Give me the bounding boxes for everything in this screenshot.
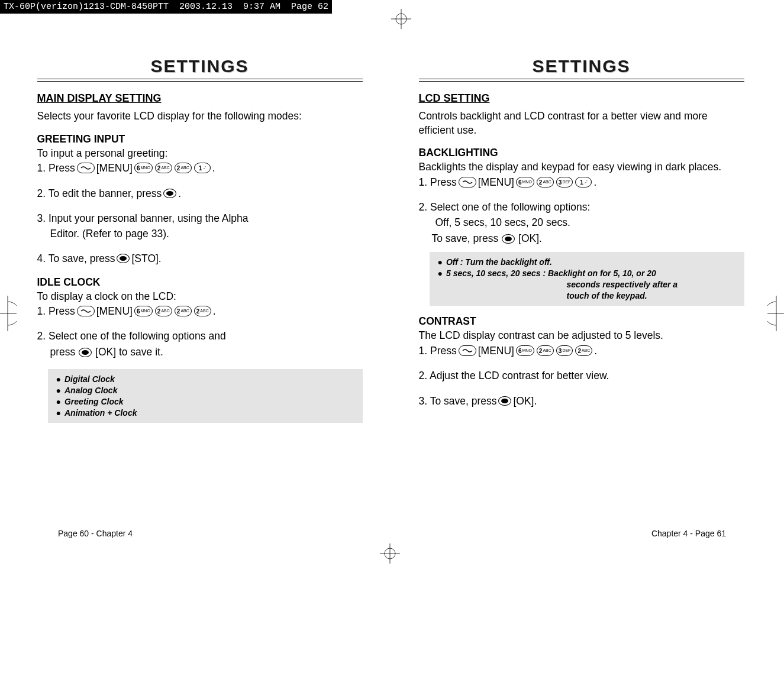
step-text: Off, 5 secs, 10 secs, 20 secs. (419, 215, 744, 230)
key-2-icon: 2ABC (575, 345, 592, 356)
key-2-icon: 2ABC (175, 306, 192, 316)
registration-mark-icon (380, 543, 400, 564)
key-3-icon: 3DEF (556, 345, 573, 356)
bullet-icon: ● (438, 257, 443, 268)
step-item: 3. Input your personal banner, using the… (37, 211, 363, 242)
step-item: 2. Select one of the following options: … (419, 199, 744, 246)
key-2-icon: 2ABC (155, 163, 172, 173)
softkey-icon (459, 177, 476, 187)
bullet-icon: ● (56, 385, 61, 396)
note-item: seconds respectively after a (438, 279, 738, 290)
step-item: 2. Select one of the following options a… (37, 328, 363, 360)
note-item: 5 secs, 10 secs, 20 secs : Backlight on … (446, 268, 656, 279)
body-text: Controls backlight and LCD contrast for … (419, 109, 744, 137)
key-2-icon: 2ABC (155, 306, 172, 316)
key-2-icon: 2ABC (537, 177, 554, 187)
step-text: 2. Select one of the following options: (419, 201, 591, 213)
calibration-mark-icon (767, 296, 784, 331)
note-item: Analog Clock (64, 385, 117, 396)
sub-heading: CONTRAST (419, 315, 744, 328)
note-box: ●Off : Turn the backlight off. ●5 secs, … (430, 252, 744, 306)
step-text: [OK]. (513, 393, 537, 409)
page-footer: Page 60 - Chapter 4 (58, 529, 133, 538)
section-heading: MAIN DISPLAY SETTING (37, 92, 363, 105)
step-text: . (212, 160, 215, 176)
ok-key-icon (79, 348, 92, 357)
body-text: Selects your favorite LCD display for th… (37, 109, 363, 124)
step-text: [OK]. (518, 232, 542, 244)
softkey-icon (459, 345, 476, 356)
bullet-icon: ● (56, 396, 61, 407)
left-page: SETTINGS MAIN DISPLAY SETTING Selects yo… (37, 56, 363, 432)
source-file-header: TX-60P(verizon)1213-CDM-8450PTT 2003.12.… (0, 0, 332, 14)
key-6-icon: 6MNO (134, 163, 153, 173)
step-item: 1. Press [MENU] 6MNO 2ABC 2ABC 2ABC . (37, 303, 363, 319)
step-text: . (594, 343, 597, 358)
key-6-icon: 6MNO (516, 345, 534, 356)
step-item: 1. Press [MENU] 6MNO 2ABC 3DEF 1.-' . (419, 174, 744, 190)
step-text: 4. To save, press (37, 251, 115, 266)
softkey-icon (77, 163, 95, 173)
step-text: 1. Press (37, 160, 75, 176)
softkey-icon (77, 306, 95, 316)
note-item: touch of the keypad. (438, 290, 738, 302)
key-6-icon: 6MNO (516, 177, 534, 187)
step-text: Editor. (Refer to page 33). (37, 226, 363, 241)
step-text: 2. To edit the banner, press (37, 186, 162, 201)
bullet-icon: ● (56, 407, 61, 419)
step-text: [OK] to save it. (95, 346, 163, 358)
lead-text: The LCD display contrast can be adjusted… (419, 329, 744, 343)
note-item: Animation + Clock (64, 407, 137, 419)
menu-label: [MENU] (478, 343, 514, 358)
registration-mark-icon (391, 9, 411, 29)
key-2-icon: 2ABC (175, 163, 192, 173)
menu-label: [MENU] (96, 303, 133, 319)
lead-text: Backlights the display and keypad for ea… (419, 160, 744, 174)
step-text: . (213, 303, 216, 319)
step-text: press (50, 346, 79, 358)
ok-key-icon (117, 254, 130, 263)
step-text: . (593, 174, 596, 190)
ok-key-icon (163, 189, 176, 198)
key-3-icon: 3DEF (556, 177, 573, 187)
step-item: 2. To edit the banner, press . (37, 186, 363, 201)
sub-heading: BACKLIGHTING (419, 147, 744, 159)
sub-heading: GREETING INPUT (37, 133, 363, 145)
note-item: Off : Turn the backlight off. (446, 257, 552, 268)
note-item: Digital Clock (64, 374, 115, 385)
key-1-icon: 1.-' (194, 163, 211, 173)
section-heading: LCD SETTING (419, 92, 744, 105)
ok-key-icon (498, 396, 511, 406)
step-text: 2. Adjust the LCD contrast for better vi… (419, 368, 609, 383)
step-text: 3. To save, press (419, 393, 497, 409)
step-text: 1. Press (419, 174, 457, 190)
step-text: [STO]. (131, 251, 161, 266)
key-6-icon: 6MNO (134, 306, 153, 316)
note-item: Greeting Clock (64, 396, 124, 407)
lead-text: To display a clock on the LCD: (37, 290, 363, 304)
step-item: 3. To save, press [OK]. (419, 393, 744, 409)
sub-heading: IDLE CLOCK (37, 276, 363, 289)
lead-text: To input a personal greeting: (37, 147, 363, 161)
divider (419, 79, 744, 82)
bullet-icon: ● (56, 374, 61, 385)
step-item: 4. To save, press [STO]. (37, 251, 363, 266)
page-spread: SETTINGS MAIN DISPLAY SETTING Selects yo… (37, 56, 747, 432)
bullet-icon: ● (438, 268, 443, 279)
step-text: 3. Input your personal banner, using the… (37, 212, 249, 224)
page-title: SETTINGS (37, 56, 363, 76)
key-2-icon: 2ABC (194, 306, 211, 316)
step-text: 1. Press (419, 343, 457, 358)
divider (37, 79, 363, 82)
ok-key-icon (502, 234, 515, 244)
step-item: 1. Press [MENU] 6MNO 2ABC 3DEF 2ABC . (419, 343, 744, 358)
right-page: SETTINGS LCD SETTING Controls backlight … (419, 56, 744, 432)
menu-label: [MENU] (478, 174, 514, 190)
calibration-mark-icon (0, 296, 17, 331)
key-1-icon: 1.-' (575, 177, 592, 187)
menu-label: [MENU] (96, 160, 133, 176)
key-2-icon: 2ABC (537, 345, 554, 356)
step-item: 1. Press [MENU] 6MNO 2ABC 2ABC 1.-' . (37, 160, 363, 176)
step-text: . (178, 186, 181, 201)
page-title: SETTINGS (419, 56, 744, 76)
